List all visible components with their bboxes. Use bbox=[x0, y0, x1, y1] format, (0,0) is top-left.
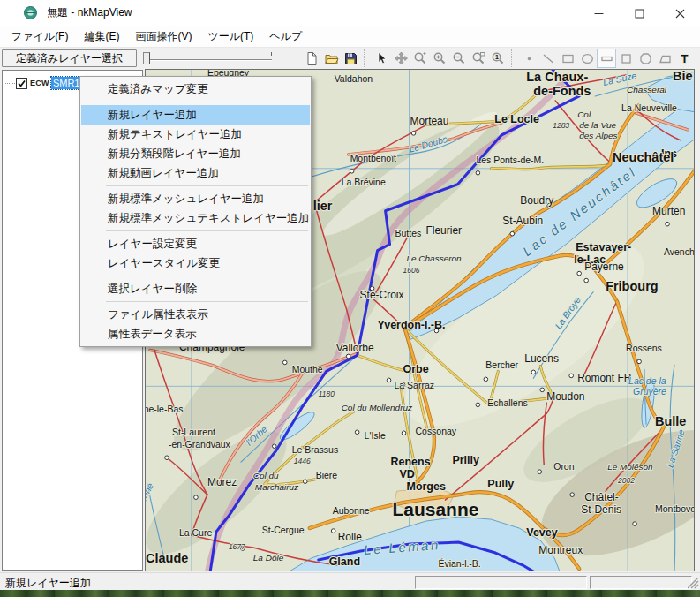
zoom-in-icon[interactable] bbox=[430, 49, 449, 68]
town-dot bbox=[402, 431, 406, 435]
context-menu-item-2[interactable]: 新規レイヤー追加 bbox=[81, 105, 310, 125]
layer-checkbox[interactable] bbox=[16, 78, 27, 89]
context-menu-item-8[interactable]: 新規標準メッシュテキストレイヤー追加 bbox=[81, 208, 310, 228]
draw-square-icon[interactable] bbox=[616, 49, 636, 68]
town-dot bbox=[570, 493, 575, 497]
context-menu-item-10[interactable]: レイヤー設定変更 bbox=[81, 234, 310, 253]
toolbar: 定義済みレイヤー選択 1T bbox=[0, 48, 700, 69]
town-dot bbox=[540, 388, 545, 392]
map-label: Payerne bbox=[584, 261, 624, 273]
map-label: Estavayer- bbox=[576, 241, 631, 253]
status-text: 新規レイヤー追加 bbox=[5, 576, 91, 591]
context-menu-item-11[interactable]: レイヤースタイル変更 bbox=[81, 253, 310, 273]
menubar-item-1[interactable]: 編集(E) bbox=[76, 26, 127, 47]
app-icon bbox=[23, 5, 38, 20]
map-label: Aubonne bbox=[333, 506, 370, 516]
town-dot bbox=[476, 403, 480, 407]
toolbar-separator bbox=[364, 49, 370, 67]
context-menu-item-4[interactable]: 新規分類段階レイヤー追加 bbox=[81, 144, 310, 163]
layer-select-button[interactable]: 定義済みレイヤー選択 bbox=[2, 49, 137, 67]
map-label: Murten bbox=[652, 205, 685, 217]
menubar-item-2[interactable]: 画面操作(V) bbox=[127, 26, 199, 47]
map-label: Évian-l.-B. bbox=[438, 558, 480, 569]
status-panel bbox=[590, 576, 692, 589]
map-label: Neuchâtel bbox=[613, 150, 674, 164]
town-dot bbox=[387, 378, 391, 382]
draw-ellipse-icon[interactable] bbox=[577, 49, 597, 68]
map-label: Col du Mollendruz bbox=[342, 403, 412, 412]
maximize-button[interactable] bbox=[619, 0, 659, 26]
map-label: Montreux bbox=[538, 544, 583, 556]
draw-trapezoid-icon[interactable] bbox=[655, 49, 674, 68]
map-label: Col du bbox=[253, 471, 279, 480]
context-menu-item-3[interactable]: 新規テキストレイヤー追加 bbox=[81, 125, 310, 144]
zoom-slider[interactable] bbox=[141, 49, 275, 67]
map-label: Morteau bbox=[410, 115, 449, 127]
menu-separator bbox=[106, 301, 308, 302]
map-label: Col bbox=[577, 110, 591, 119]
map-label: Lac de la bbox=[628, 376, 666, 386]
menubar-item-0[interactable]: ファイル(F) bbox=[4, 26, 76, 47]
pan-icon[interactable] bbox=[391, 49, 410, 68]
map-label: Marchairuz bbox=[255, 482, 298, 492]
context-menu-item-7[interactable]: 新規標準メッシュレイヤー追加 bbox=[81, 189, 310, 208]
draw-text-icon[interactable]: T bbox=[674, 49, 694, 68]
context-menu-item-16[interactable]: 属性表データ表示 bbox=[81, 324, 310, 344]
draw-point-icon[interactable] bbox=[519, 49, 538, 68]
context-menu-item-15[interactable]: ファイル属性表表示 bbox=[81, 305, 310, 324]
context-menu-item-13[interactable]: 選択レイヤー削除 bbox=[81, 279, 310, 298]
zoom-actual-icon[interactable]: 1 bbox=[488, 49, 508, 68]
minimize-button[interactable] bbox=[578, 0, 619, 26]
resize-grip[interactable] bbox=[688, 578, 699, 589]
map-label: Bercher bbox=[485, 360, 518, 370]
menubar-item-4[interactable]: ヘルプ bbox=[261, 26, 310, 47]
town-dot bbox=[577, 271, 582, 276]
town-dot bbox=[355, 430, 359, 435]
slider-tick bbox=[271, 52, 272, 56]
map-label: de la Vue bbox=[579, 120, 616, 130]
new-file-icon[interactable] bbox=[302, 49, 321, 68]
open-folder-icon[interactable] bbox=[321, 49, 341, 68]
zoom-window-icon[interactable] bbox=[410, 49, 430, 68]
town-dot bbox=[569, 374, 574, 378]
draw-hbar-icon[interactable] bbox=[597, 49, 616, 68]
toolbar-separator bbox=[511, 49, 517, 67]
map-label: Renens bbox=[391, 456, 431, 468]
context-menu-item-0[interactable]: 定義済みマップ変更 bbox=[81, 79, 310, 99]
context-menu-item-5[interactable]: 新規動画レイヤー追加 bbox=[81, 163, 310, 183]
map-label: Bie bbox=[673, 70, 693, 83]
tree-connector bbox=[5, 83, 15, 84]
map-label: La Brévine bbox=[342, 178, 386, 187]
context-menu: 定義済みマップ変更新規レイヤー追加新規テキストレイヤー追加新規分類段階レイヤー追… bbox=[79, 76, 312, 347]
map-label: 1180 bbox=[319, 389, 335, 398]
cursor-icon[interactable] bbox=[372, 49, 391, 68]
map-label: Avenche bbox=[664, 247, 695, 257]
map-label: Montbovo bbox=[655, 504, 695, 514]
map-label: Chasseral bbox=[627, 85, 667, 94]
map-label: Le Brassus bbox=[292, 445, 338, 455]
map-label: cine-le-Bas bbox=[146, 404, 183, 414]
town-dot bbox=[165, 456, 169, 460]
map-label: Oron bbox=[553, 462, 574, 472]
map-label: Bulle bbox=[655, 414, 686, 428]
map-label: Mouthe bbox=[292, 365, 323, 374]
map-label: Yverdon-l.-B. bbox=[378, 319, 446, 331]
menu-bar: ファイル(F)編集(E)画面操作(V)ツール(T)ヘルプ bbox=[0, 26, 700, 48]
save-icon[interactable] bbox=[341, 49, 360, 68]
draw-line-icon[interactable] bbox=[538, 49, 558, 68]
map-label: Châtel- bbox=[584, 491, 619, 503]
zoom-out-icon[interactable] bbox=[449, 49, 469, 68]
menubar-item-3[interactable]: ツール(T) bbox=[199, 26, 261, 47]
draw-polygon-icon[interactable] bbox=[636, 49, 655, 68]
close-button[interactable] bbox=[659, 0, 700, 26]
map-label: La Dôle bbox=[253, 553, 284, 563]
town-dot bbox=[666, 222, 670, 226]
menu-separator bbox=[106, 185, 308, 186]
map-label: Echallens bbox=[487, 398, 527, 408]
svg-text:1: 1 bbox=[495, 54, 499, 60]
slider-thumb[interactable] bbox=[143, 52, 150, 64]
draw-rect-icon[interactable] bbox=[558, 49, 577, 68]
zoom-rect-icon[interactable] bbox=[469, 49, 488, 68]
map-label: Vallorbe bbox=[336, 342, 374, 354]
town-dot bbox=[637, 359, 642, 364]
